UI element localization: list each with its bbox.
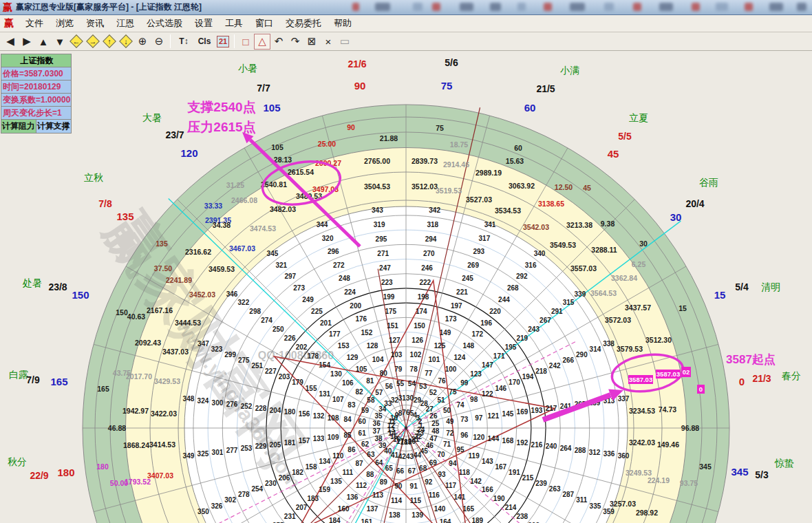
nav-left-icon[interactable]: ◀ <box>2 34 19 50</box>
nav-right-icon[interactable]: ▶ <box>19 34 35 50</box>
nav-up-icon[interactable]: ▲ <box>35 34 52 50</box>
calc-support-button[interactable]: 计算支撑 <box>36 120 72 133</box>
menu-item-2[interactable]: 资讯 <box>80 15 110 32</box>
solar-term-label: 惊蛰 <box>774 458 794 469</box>
menu-item-8[interactable]: 交易委托 <box>279 15 328 32</box>
wheel-number: 178 <box>307 352 319 360</box>
rotate-ccw-icon[interactable]: ↶ <box>270 34 287 50</box>
wheel-price-label: 31.25 <box>226 181 244 189</box>
highlight-box-label: 3587.03 <box>656 370 680 378</box>
pan-down-icon[interactable]: ↓ <box>118 34 134 50</box>
outer-degree-label: 23/7 <box>165 129 184 140</box>
wheel-number: 177 <box>329 330 341 338</box>
menu-logo-icon: 赢 <box>0 17 19 30</box>
menu-item-6[interactable]: 工具 <box>219 15 249 32</box>
menu-item-7[interactable]: 窗口 <box>249 15 279 32</box>
zoom-out-icon[interactable]: ⊖ <box>151 34 167 50</box>
wheel-number: 60 <box>359 418 367 425</box>
price-scale-icon[interactable]: T↕ <box>173 34 194 50</box>
wheel-price-label: 135 <box>156 239 168 248</box>
wheel-number: 58 <box>367 396 375 404</box>
wheel-number: 47 <box>429 435 438 442</box>
wheel-number: 248 <box>339 275 350 282</box>
wheel-price-label: 93.75 <box>680 479 698 487</box>
boxed-x-icon[interactable]: ⊠ <box>303 34 320 50</box>
panel-step-row: 周天变化步长=1 <box>1 107 71 120</box>
wheel-number: 246 <box>421 264 433 272</box>
wheel-price-label: 75 <box>436 124 444 132</box>
highlight-box-label: 0 <box>699 385 703 393</box>
wheel-price-label: 3429.53 <box>154 377 180 385</box>
outer-degree-label: 21/6 <box>348 58 366 70</box>
menu-item-1[interactable]: 浏览 <box>50 15 80 32</box>
wheel-number: 158 <box>306 463 317 471</box>
wheel-number: 82 <box>356 388 364 396</box>
menu-item-5[interactable]: 设置 <box>189 15 219 32</box>
zoom-in-icon[interactable]: ⊕ <box>134 34 151 50</box>
wheel-price-label: 180 <box>96 462 109 471</box>
cls-button[interactable]: Cls <box>194 34 215 50</box>
wheel-number: 143 <box>482 458 493 465</box>
wheel-price-label: 3422.03 <box>151 409 177 418</box>
wheel-price-label: 3572.03 <box>605 316 631 324</box>
wheel-price-label: 3467.03 <box>229 244 255 253</box>
wheel-number: 98 <box>470 396 478 403</box>
wheel-number: 250 <box>273 325 284 333</box>
wheel-number: 317 <box>479 235 491 242</box>
eraser-icon[interactable]: ▭ <box>336 34 353 50</box>
chart-area: 赢家财富网www.yingjia360.comQQ:10080036012345… <box>0 51 812 523</box>
wheel-number: 346 <box>226 290 238 298</box>
wheel-number: 90 <box>394 482 403 490</box>
wheel-number: 141 <box>454 493 466 501</box>
calendar-icon[interactable]: 21 <box>215 34 231 50</box>
menu-item-0[interactable]: 文件 <box>19 15 50 32</box>
wheel-number: 320 <box>322 235 334 242</box>
wheel-number: 120 <box>473 434 485 441</box>
wheel-number: 88 <box>366 471 374 478</box>
outer-degree-label: 15 <box>714 289 726 301</box>
wheel-number: 172 <box>471 330 483 338</box>
wheel-number: 292 <box>516 273 528 280</box>
pan-left-icon[interactable]: ← <box>68 34 85 50</box>
wheel-number: 323 <box>211 345 223 353</box>
menu-item-3[interactable]: 江恩 <box>110 15 140 32</box>
pan-up-icon[interactable]: ↑ <box>101 34 118 50</box>
wheel-number: 128 <box>367 342 378 350</box>
wheel-number: 157 <box>299 437 310 445</box>
outer-degree-label: 7/8 <box>98 198 112 209</box>
wheel-number: 80 <box>380 370 388 377</box>
calc-resistance-button[interactable]: 计算阻力 <box>1 120 36 133</box>
rotate-cw-icon[interactable]: ↷ <box>287 34 303 50</box>
wheel-price-label: 2989.19 <box>476 169 502 177</box>
center-tool-icon[interactable]: × <box>320 34 336 50</box>
wheel-number: 92 <box>425 478 433 486</box>
wheel-price-label: 3063.92 <box>509 182 535 190</box>
wheel-number: 30 <box>406 394 414 402</box>
wheel-number: 298 <box>249 308 261 315</box>
wheel-price-label: 3534.53 <box>495 206 521 215</box>
wheel-number: 54 <box>408 380 416 387</box>
wheel-number: 193 <box>531 407 543 414</box>
wheel-number: 348 <box>183 395 195 403</box>
wheel-number: 266 <box>562 356 574 364</box>
nav-down-icon[interactable]: ▼ <box>52 34 68 50</box>
solar-term-label: 谷雨 <box>699 177 718 188</box>
menu-item-9[interactable]: 帮助 <box>328 15 358 32</box>
triangle-tool-icon[interactable]: △ <box>254 34 270 50</box>
menu-item-4[interactable]: 公式选股 <box>140 15 189 32</box>
wheel-number: 69 <box>429 459 438 467</box>
wheel-number: 324 <box>197 397 209 405</box>
rect-tool-icon[interactable]: □ <box>237 34 254 50</box>
wheel-number: 220 <box>489 308 501 315</box>
pan-right-icon[interactable]: → <box>85 34 101 50</box>
wheel-price-label: 2167.16 <box>147 306 173 314</box>
wheel-price-label: 37.50 <box>154 264 172 273</box>
wheel-price-label: 50.00 <box>110 479 128 487</box>
wheel-number: 75 <box>449 388 457 396</box>
wheel-number: 121 <box>488 412 500 420</box>
wheel-number: 131 <box>319 390 330 398</box>
wheel-number: 111 <box>342 469 353 476</box>
wheel-number: 335 <box>590 502 601 510</box>
wheel-price-label: 3213.38 <box>566 221 592 229</box>
gann-wheel[interactable]: 赢家财富网www.yingjia360.comQQ:10080036012345… <box>0 51 812 523</box>
